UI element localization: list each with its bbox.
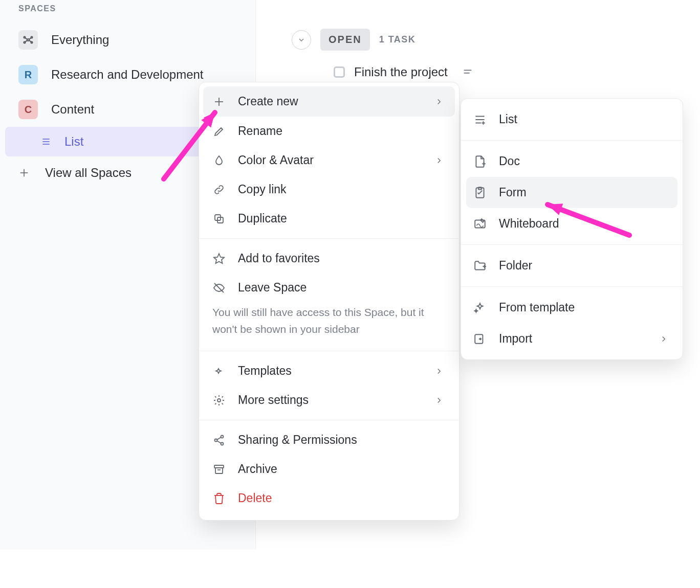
copy-icon	[212, 212, 226, 225]
context-menu: Create new Rename Color & Avatar Copy li…	[199, 82, 460, 521]
menu-label: Archive	[238, 462, 277, 476]
menu-label: Delete	[238, 491, 272, 505]
svg-rect-38	[478, 187, 482, 189]
leave-space-hint: You will still have access to this Space…	[199, 302, 459, 346]
menu-separator	[461, 286, 683, 287]
menu-sharing[interactable]: Sharing & Permissions	[199, 425, 459, 455]
submenu-label: Import	[499, 332, 532, 346]
menu-separator	[461, 140, 683, 141]
task-count: 1 TASK	[379, 34, 416, 45]
submenu-doc[interactable]: Doc	[461, 146, 683, 177]
menu-label: Copy link	[238, 183, 287, 196]
sidebar-item-everything[interactable]: Everything	[0, 22, 255, 57]
whiteboard-icon	[473, 217, 487, 231]
chevron-right-icon	[432, 95, 446, 108]
menu-label: Leave Space	[238, 281, 307, 295]
sidebar-item-label: Research and Development	[51, 67, 204, 82]
import-icon	[473, 332, 487, 346]
status-chip-open[interactable]: OPEN	[320, 29, 370, 51]
svg-point-22	[217, 399, 221, 402]
sparkle-icon	[212, 365, 226, 378]
sidebar-header: SPACES	[0, 0, 255, 22]
svg-line-27	[217, 441, 221, 443]
menu-create-new[interactable]: Create new	[203, 86, 455, 117]
task-name: Finish the project	[354, 65, 448, 79]
trash-icon	[212, 492, 226, 505]
svg-point-0	[27, 39, 29, 41]
everything-icon	[18, 30, 38, 50]
menu-label: Add to favorites	[238, 252, 320, 265]
menu-add-favorites[interactable]: Add to favorites	[199, 244, 459, 273]
chevron-right-icon	[432, 365, 446, 378]
submenu-label: From template	[499, 301, 575, 314]
menu-more-settings[interactable]: More settings	[199, 386, 459, 415]
menu-color-avatar[interactable]: Color & Avatar	[199, 146, 459, 175]
menu-rename[interactable]: Rename	[199, 117, 459, 146]
gear-icon	[212, 394, 226, 407]
sparkle-icon	[473, 301, 487, 314]
svg-line-5	[25, 38, 27, 39]
task-row[interactable]: Finish the project	[256, 51, 700, 79]
sidebar-item-label: Everything	[51, 33, 109, 47]
space-badge-c: C	[18, 100, 38, 119]
menu-archive[interactable]: Archive	[199, 455, 459, 484]
svg-rect-28	[214, 465, 224, 468]
menu-leave-space[interactable]: Leave Space	[199, 273, 459, 302]
submenu-label: Folder	[499, 259, 532, 273]
sidebar-item-label: List	[64, 134, 83, 149]
status-row: OPEN 1 TASK	[256, 0, 700, 51]
svg-line-26	[217, 437, 221, 440]
submenu-label: List	[499, 112, 517, 126]
folder-icon	[473, 259, 487, 273]
menu-label: Duplicate	[238, 212, 287, 225]
menu-separator	[199, 351, 459, 351]
archive-icon	[212, 463, 226, 476]
menu-lines-icon	[41, 137, 51, 147]
chevron-right-icon	[432, 154, 446, 167]
create-new-submenu: List Doc Form Whiteboard Folder From tem…	[461, 98, 683, 360]
droplet-icon	[212, 154, 226, 167]
eye-off-icon	[212, 281, 226, 295]
star-icon	[212, 252, 226, 265]
collapse-toggle[interactable]	[292, 30, 311, 50]
menu-duplicate[interactable]: Duplicate	[199, 204, 459, 233]
plus-icon	[212, 95, 226, 108]
share-icon	[212, 434, 226, 447]
submenu-label: Form	[499, 186, 527, 199]
submenu-label: Doc	[499, 154, 520, 168]
plus-icon	[18, 167, 30, 178]
sidebar-item-label: Content	[51, 102, 94, 117]
svg-line-8	[29, 40, 31, 42]
menu-label: Rename	[238, 124, 282, 138]
chevron-right-icon	[432, 394, 446, 407]
svg-line-7	[25, 40, 27, 42]
menu-label: More settings	[238, 393, 309, 407]
submenu-label: Whiteboard	[499, 217, 559, 231]
more-lines-icon[interactable]	[462, 66, 473, 78]
menu-label: Create new	[238, 95, 298, 108]
list-icon	[473, 113, 487, 126]
menu-copy-link[interactable]: Copy link	[199, 175, 459, 204]
menu-label: Templates	[238, 364, 292, 378]
submenu-import[interactable]: Import	[461, 323, 683, 354]
view-all-label: View all Spaces	[45, 166, 132, 180]
doc-icon	[473, 155, 487, 168]
svg-line-6	[29, 38, 31, 39]
submenu-whiteboard[interactable]: Whiteboard	[461, 208, 683, 239]
menu-separator	[199, 420, 459, 420]
pencil-icon	[212, 125, 226, 138]
menu-separator	[461, 244, 683, 245]
submenu-list[interactable]: List	[461, 104, 683, 135]
menu-delete[interactable]: Delete	[199, 484, 459, 513]
space-badge-r: R	[18, 65, 38, 84]
menu-separator	[199, 238, 459, 239]
menu-label: Sharing & Permissions	[238, 433, 357, 447]
chevron-right-icon	[657, 332, 670, 346]
submenu-folder[interactable]: Folder	[461, 250, 683, 281]
submenu-form[interactable]: Form	[466, 177, 677, 208]
menu-templates[interactable]: Templates	[199, 356, 459, 386]
submenu-from-template[interactable]: From template	[461, 292, 683, 323]
menu-label: Color & Avatar	[238, 153, 314, 167]
form-icon	[473, 186, 487, 199]
task-status-box[interactable]	[334, 66, 345, 78]
